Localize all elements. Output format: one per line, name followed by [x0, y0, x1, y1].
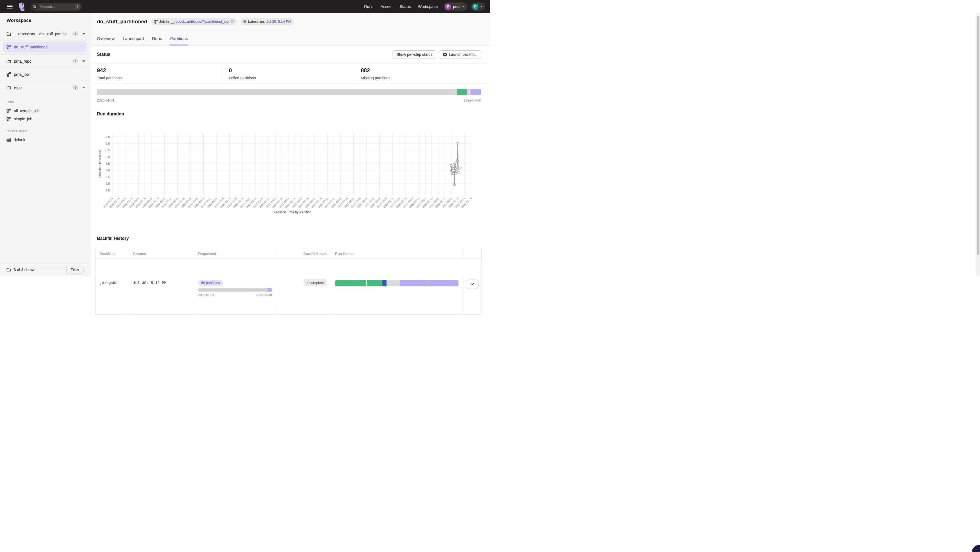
data-point	[459, 167, 461, 169]
y-tick-label: 9.5	[106, 135, 110, 138]
job-origin-tag: Job in __reposi...artitioned@partitioned…	[151, 18, 237, 25]
bar-segment	[471, 89, 481, 95]
bar-segment	[97, 89, 457, 95]
run-duration-chart[interactable]: 9.59.08.58.07.57.06.56.05.52020-01-01202…	[97, 123, 484, 217]
filter-button[interactable]: Filter	[66, 266, 83, 274]
data-point	[454, 162, 456, 164]
y-tick-label: 5.5	[106, 189, 110, 192]
stat-value: 942	[97, 67, 222, 74]
folder-icon	[6, 86, 11, 89]
nav-assets[interactable]: Assets	[380, 5, 393, 9]
bar-segment	[467, 89, 470, 95]
stat-value: 0	[229, 67, 354, 74]
chevron-down-icon	[480, 6, 483, 7]
sidebar-footer: 3 of 3 shown Filter	[0, 263, 90, 276]
column-header-actions	[463, 249, 482, 259]
asset-groups-heading: Asset Groups	[6, 129, 90, 133]
y-tick-label: 7.0	[106, 168, 110, 172]
folder-icon	[6, 268, 11, 271]
top-app-bar: Search... / RunsAssetsStatusWorkspace P …	[0, 0, 490, 13]
job-icon	[6, 117, 11, 121]
sidebar-asset-group-default[interactable]: default	[6, 136, 90, 144]
partition-status-bar-block: 2020-01-01 2022-07-30	[97, 89, 481, 102]
stat-failed-partitions: 0Failed partitions	[222, 63, 354, 84]
status-section-header: Status Show per-step status Launch backf…	[90, 46, 490, 63]
column-header-backfill-status: Backfill Status	[276, 249, 331, 259]
job-count-badge: 1	[72, 31, 79, 36]
y-tick-label: 6.0	[106, 182, 110, 185]
run-duration-title: Run duration	[97, 112, 124, 116]
column-header-created: Created	[129, 249, 194, 259]
stat-label: Missing partitions	[361, 76, 490, 80]
sidebar-item-__repository__do_stuff_partitio-[interactable]: __repository__do_stuff_partitio...1	[0, 27, 90, 40]
nav-status[interactable]: Status	[400, 5, 411, 9]
job-tag-prefix: Job in	[159, 19, 169, 24]
launch-backfill-button[interactable]: Launch backfill...	[439, 50, 481, 59]
partition-range-start: 2020-01-01	[97, 98, 115, 102]
backfill-history-title: Backfill History	[97, 236, 129, 241]
sidebar-item-label: __repository__do_stuff_partitio...	[14, 32, 72, 36]
hamburger-menu-icon[interactable]	[7, 5, 13, 8]
job-icon	[154, 20, 158, 24]
job-label: simple_job	[14, 117, 32, 121]
y-tick-label: 8.0	[106, 155, 110, 159]
search-input[interactable]: Search... /	[31, 3, 81, 11]
data-point	[457, 142, 459, 144]
page-header: do_stuff_partitioned Job in __reposi...a…	[90, 13, 490, 46]
main-content: do_stuff_partitioned Job in __reposi...a…	[90, 13, 490, 276]
sidebar-job-all_cereals_job[interactable]: all_cereals_job	[6, 107, 90, 115]
search-shortcut-key: /	[75, 4, 80, 9]
latest-run-prefix: Latest run:	[248, 19, 265, 24]
tab-partitions[interactable]: Partitions	[170, 36, 188, 45]
y-axis-title: Execution time (secs)	[98, 149, 101, 179]
nav-runs[interactable]: Runs	[364, 5, 373, 9]
sidebar-item-prha_job[interactable]: prha_job	[0, 68, 90, 81]
y-tick-label: 6.5	[106, 175, 110, 179]
tab-runs[interactable]: Runs	[152, 36, 162, 45]
sidebar-job-simple_job[interactable]: simple_job	[6, 115, 90, 123]
sidebar-item-do_stuff_partitioned: do_stuff_partitioned	[0, 41, 90, 55]
repos-shown-count: 3 of 3 shown	[14, 268, 66, 272]
sidebar-item-label: do_stuff_partitioned	[14, 45, 83, 49]
user-avatar: P	[472, 3, 479, 10]
chevron-down-icon[interactable]	[83, 87, 85, 88]
data-point	[458, 172, 460, 174]
folder-icon	[6, 59, 11, 63]
run-status-dot-icon	[243, 20, 247, 23]
sidebar-item-selected[interactable]: do_stuff_partitioned	[3, 41, 88, 52]
dagster-logo-icon[interactable]	[18, 2, 26, 11]
deployment-switcher[interactable]: P prod	[444, 2, 467, 11]
chevron-down-icon[interactable]	[83, 60, 85, 62]
folder-icon	[6, 32, 11, 36]
user-menu[interactable]: P	[471, 2, 485, 11]
nav-workspace[interactable]: Workspace	[418, 5, 438, 9]
sidebar-item-label: prha_repo	[14, 59, 72, 63]
show-per-step-status-button[interactable]: Show per-step status	[393, 50, 436, 59]
data-point	[455, 173, 457, 175]
y-tick-label: 8.5	[106, 149, 110, 152]
job-icon	[6, 109, 11, 113]
search-placeholder: Search...	[40, 5, 75, 9]
sidebar-title: Workspace	[0, 13, 90, 27]
job-tag-link[interactable]: __reposi...artitioned@partitioned_job	[170, 19, 229, 24]
latest-run-time-link[interactable]: Jul 30, 5:14 PM	[266, 19, 291, 24]
backfill-history-section: Backfill History Backfill Id Created Req…	[90, 235, 490, 245]
sidebar-item-repo[interactable]: repo3	[0, 81, 90, 94]
sidebar-item-label: repo	[14, 85, 72, 90]
partition-range-end: 2022-07-30	[464, 98, 481, 102]
tab-overview[interactable]: Overview	[97, 36, 115, 45]
partition-status-bar[interactable]	[97, 89, 481, 95]
stat-total-partitions: 942Total partitions	[90, 63, 222, 84]
chevron-down-icon	[462, 6, 465, 7]
run-duration-section: Run duration 9.59.08.58.07.57.06.56.05.5…	[90, 109, 490, 120]
chevron-down-icon[interactable]	[83, 33, 85, 35]
deployment-avatar: P	[445, 3, 451, 10]
deployment-label: prod	[453, 5, 460, 9]
stat-label: Failed partitions	[229, 76, 354, 80]
refresh-icon[interactable]	[230, 20, 234, 24]
data-point	[452, 173, 455, 175]
tab-launchpad[interactable]: Launchpad	[123, 36, 144, 45]
job-count-badge: 1	[72, 59, 79, 64]
sidebar-item-prha_repo[interactable]: prha_repo1	[0, 55, 90, 68]
y-tick-label: 7.5	[106, 162, 110, 165]
